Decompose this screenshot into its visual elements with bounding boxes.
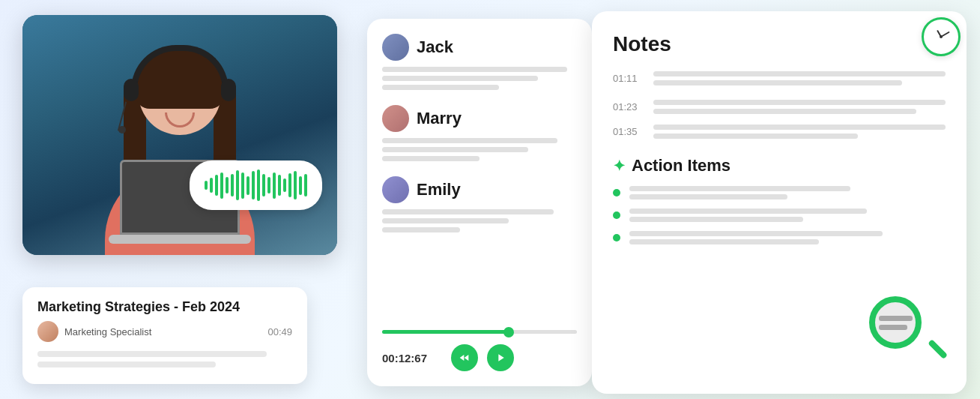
wave-bar [283, 178, 286, 192]
mic-tip [118, 126, 126, 134]
action-items-label: Action Items [632, 156, 731, 176]
skeleton-line [37, 351, 267, 357]
notes-line [653, 134, 858, 139]
person-row-emily: Emily [382, 176, 577, 203]
wave-bar [304, 174, 307, 196]
transcript-name-emily: Emily [417, 180, 461, 200]
bullet-dot-3 [613, 234, 620, 242]
person-row-marry: Marry [382, 105, 577, 132]
notes-lines-1 [653, 71, 946, 89]
wave-bar [226, 177, 229, 194]
transcript-name-marry: Marry [417, 109, 462, 128]
action-item-1 [613, 186, 946, 200]
notes-line [653, 71, 946, 76]
transcript-line [382, 156, 480, 161]
clock-center [940, 35, 943, 38]
info-title: Marketing Strategies - Feb 2024 [37, 299, 292, 315]
notes-lines-2 [653, 100, 946, 114]
action-line [629, 239, 819, 244]
action-items-title: ✦ Action Items [613, 156, 946, 176]
bullet-dot-1 [613, 189, 620, 196]
notes-entry-1: 01:11 [613, 71, 946, 89]
notes-line [653, 80, 902, 86]
transcript-line [382, 76, 538, 81]
notes-time-2: 01:23 [613, 101, 641, 112]
transcript-card: Jack Marry Emily [367, 19, 592, 386]
video-background [22, 15, 337, 255]
controls-row: 00:12:67 [382, 344, 577, 371]
transcript-lines-emily [382, 209, 577, 232]
clock-face [928, 24, 954, 50]
transcript-lines-marry [382, 138, 577, 161]
laptop-base [109, 235, 251, 244]
wave-bar [262, 174, 265, 196]
rewind-button[interactable] [451, 344, 478, 371]
wave-bar [215, 175, 218, 196]
action-item-3 [613, 231, 946, 244]
skeleton-line [37, 362, 216, 368]
notes-time-3: 01:35 [613, 126, 641, 137]
wave-bar [236, 170, 239, 200]
video-card [22, 15, 337, 255]
magnifier-handle [928, 339, 948, 359]
transcript-lines-jack [382, 67, 577, 90]
notes-card: Notes 01:11 01:23 01:35 ✦ [592, 11, 967, 394]
transcript-line [382, 218, 509, 224]
action-line [629, 231, 883, 236]
magnifier-overlay [869, 296, 937, 364]
notes-entry-3: 01:35 [613, 124, 946, 142]
notes-title: Notes [613, 32, 946, 56]
sparkle-icon: ✦ [613, 157, 626, 175]
transcript-item-jack: Jack [382, 34, 577, 90]
progress-fill [382, 330, 509, 334]
person-silhouette [82, 45, 277, 255]
avatar-marry [382, 105, 409, 132]
action-item-2 [613, 208, 946, 222]
clock-badge [922, 17, 961, 56]
action-line [629, 208, 867, 214]
action-lines-2 [629, 208, 946, 222]
bullet-dot-2 [613, 212, 620, 219]
avatar-jack [382, 34, 409, 61]
transcript-line [382, 138, 557, 143]
waveform-bubble [190, 160, 322, 210]
scene: Marketing Strategies - Feb 2024 Marketin… [0, 0, 980, 399]
action-line [629, 194, 787, 200]
transcript-line [382, 209, 554, 214]
action-line [629, 186, 850, 191]
duration-badge: 00:49 [267, 326, 292, 338]
wave-bar [278, 175, 281, 196]
transcript-item-marry: Marry [382, 105, 577, 161]
transcript-line [382, 67, 567, 72]
specialist-avatar [37, 321, 58, 342]
notes-time-1: 01:11 [613, 73, 641, 84]
smile [165, 112, 195, 128]
magnifier-inner-line [879, 316, 913, 321]
transcript-name-jack: Jack [417, 38, 453, 57]
avatar-emily [382, 176, 409, 203]
wave-bar [241, 172, 244, 199]
wave-bar [205, 181, 208, 190]
notes-line [653, 100, 946, 105]
progress-track[interactable] [382, 330, 577, 334]
wave-bar [288, 173, 291, 197]
magnifier-inner-lines [873, 310, 919, 336]
person-row-jack: Jack [382, 34, 577, 61]
wave-bar [210, 178, 213, 193]
action-line [629, 217, 803, 222]
transcript-line [382, 227, 460, 232]
specialist-name: Marketing Specialist [64, 326, 261, 338]
progress-thumb[interactable] [503, 327, 514, 338]
wave-bar [257, 170, 260, 201]
wave-bar [231, 174, 234, 196]
notes-lines-3 [653, 124, 946, 142]
time-display: 00:12:67 [382, 352, 442, 364]
wave-bar [252, 171, 255, 200]
play-button[interactable] [487, 344, 514, 371]
headset-ear-left [124, 79, 139, 101]
notes-line [653, 109, 916, 114]
transcript-line [382, 147, 528, 152]
info-card: Marketing Strategies - Feb 2024 Marketin… [22, 287, 307, 384]
transcript-line [382, 85, 499, 90]
notes-line [653, 124, 946, 130]
